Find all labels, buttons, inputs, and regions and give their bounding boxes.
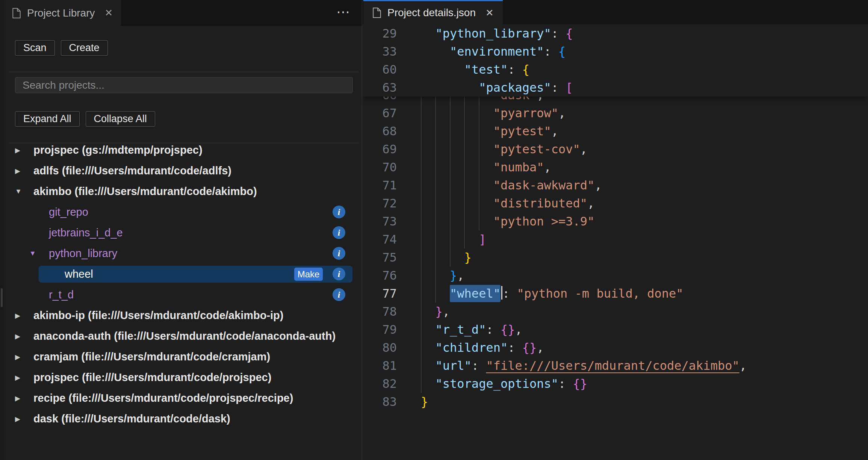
token-pun: , bbox=[580, 142, 587, 156]
tree-item-anaconda-auth[interactable]: ▶anaconda-auth (file:///Users/mdurant/co… bbox=[4, 326, 362, 347]
sticky-line-63: 63 "packages": [ bbox=[362, 79, 868, 97]
chevron-right-icon[interactable]: ▶ bbox=[15, 394, 28, 402]
code-text: } bbox=[397, 393, 428, 411]
chevron-right-icon[interactable]: ▶ bbox=[15, 167, 28, 175]
chevron-right-icon[interactable]: ▶ bbox=[15, 332, 28, 340]
info-icon[interactable]: i bbox=[333, 226, 345, 239]
tab-title: Project Library bbox=[27, 7, 95, 19]
code-line-83: 83} bbox=[362, 393, 868, 411]
chevron-right-icon[interactable]: ▶ bbox=[15, 415, 28, 423]
token-bp: ] bbox=[479, 232, 486, 247]
code-line-67: 67 "pyarrow", bbox=[362, 104, 868, 122]
close-icon[interactable]: ✕ bbox=[485, 7, 494, 19]
token-pun: , bbox=[537, 340, 544, 355]
expand-all-button[interactable]: Expand All bbox=[15, 111, 80, 127]
token-pun: , bbox=[515, 322, 522, 337]
tree-item-python_library[interactable]: ▼python_libraryi bbox=[4, 243, 362, 264]
line-number: 67 bbox=[362, 104, 397, 122]
token-str: "numba" bbox=[493, 160, 544, 174]
token-pun: , bbox=[594, 178, 602, 192]
tree-item-label: cramjam (file:///Users/mdurant/code/cram… bbox=[33, 351, 270, 363]
tree-item-projspec[interactable]: ▶projspec (gs://mdtemp/projspec) bbox=[4, 140, 362, 160]
token-bp: {} bbox=[573, 377, 588, 391]
token-pun: , bbox=[558, 106, 566, 120]
line-number: 72 bbox=[362, 194, 397, 212]
code-editor[interactable]: 66 "dask",67 "pyarrow",68 "pytest",69 "p… bbox=[362, 24, 868, 460]
code-line-69: 69 "pytest-cov", bbox=[362, 140, 868, 158]
close-icon[interactable]: ✕ bbox=[105, 7, 113, 19]
chevron-right-icon[interactable]: ▶ bbox=[15, 353, 28, 361]
token-ws bbox=[421, 160, 493, 174]
chevron-right-icon[interactable]: ▶ bbox=[15, 374, 28, 382]
tree-item-jetbrains_i_d_e[interactable]: jetbrains_i_d_ei bbox=[4, 222, 362, 243]
line-number: 83 bbox=[362, 393, 397, 411]
line-number: 75 bbox=[362, 248, 397, 266]
tab-project-library[interactable]: Project Library ✕ bbox=[4, 0, 121, 26]
info-icon[interactable]: i bbox=[333, 206, 345, 218]
token-ws bbox=[421, 62, 464, 77]
code-text: }, bbox=[397, 266, 464, 284]
search-input[interactable] bbox=[15, 77, 353, 93]
tree-item-recipe[interactable]: ▶recipe (file:///Users/mdurant/code/proj… bbox=[4, 388, 362, 409]
chevron-right-icon[interactable]: ▶ bbox=[15, 146, 28, 154]
tree-item-cramjam[interactable]: ▶cramjam (file:///Users/mdurant/code/cra… bbox=[4, 347, 362, 367]
editor-tab-bar: Project details.json ✕ bbox=[362, 0, 868, 24]
code-line-81: 81 "url": "file:///Users/mdurant/code/ak… bbox=[362, 357, 868, 375]
token-ws bbox=[421, 80, 479, 95]
tree-item-akimbo[interactable]: ▼akimbo (file:///Users/mdurant/code/akim… bbox=[4, 181, 362, 202]
token-str: "dask-awkward" bbox=[493, 178, 595, 192]
scan-button[interactable]: Scan bbox=[15, 40, 55, 56]
info-icon[interactable]: i bbox=[333, 288, 345, 301]
tree-item-git_repo[interactable]: git_repoi bbox=[4, 202, 362, 222]
token-bb: } bbox=[450, 268, 457, 283]
line-number: 74 bbox=[362, 230, 397, 248]
tree-item-adlfs[interactable]: ▶adlfs (file:///Users/mdurant/code/adlfs… bbox=[4, 160, 362, 181]
token-pun: : bbox=[508, 62, 522, 77]
code-text: "test": { bbox=[397, 61, 529, 79]
tree-item-akimbo-ip[interactable]: ▶akimbo-ip (file:///Users/mdurant/code/a… bbox=[4, 305, 362, 326]
more-actions-button[interactable]: ⋯ bbox=[336, 0, 351, 24]
token-key: "children" bbox=[436, 340, 508, 355]
code-text: "pytest", bbox=[397, 122, 558, 140]
token-pun: : bbox=[486, 322, 501, 337]
tree-item-dask[interactable]: ▶dask (file:///Users/mdurant/code/dask) bbox=[4, 409, 362, 429]
code-text: "children": {}, bbox=[397, 339, 544, 357]
line-number: 73 bbox=[362, 212, 397, 230]
code-text: "distributed", bbox=[397, 194, 594, 212]
panel-resize-handle[interactable] bbox=[1, 288, 3, 307]
line-number: 82 bbox=[362, 375, 397, 393]
token-bb: { bbox=[558, 44, 566, 59]
tree-item-wheel[interactable]: wheelMakei bbox=[4, 264, 362, 284]
token-bg: } bbox=[421, 395, 428, 409]
make-button[interactable]: Make bbox=[294, 268, 323, 281]
token-pun: : bbox=[472, 359, 486, 373]
info-icon[interactable]: i bbox=[333, 247, 345, 260]
token-ws bbox=[421, 214, 493, 228]
code-text: "python_library": { bbox=[397, 24, 573, 42]
code-line-74: 74 ] bbox=[362, 230, 868, 248]
sticky-line-29: 29 "python_library": { bbox=[362, 24, 868, 42]
token-ws bbox=[421, 26, 436, 41]
line-number: 81 bbox=[362, 357, 397, 375]
chevron-down-icon[interactable]: ▼ bbox=[29, 250, 42, 257]
token-str: "python >=3.9" bbox=[493, 214, 595, 228]
token-pun: : bbox=[558, 377, 573, 391]
tree-item-projspec[interactable]: ▶projspec (file:///Users/mdurant/code/pr… bbox=[4, 367, 362, 388]
chevron-right-icon[interactable]: ▶ bbox=[15, 312, 28, 320]
create-button[interactable]: Create bbox=[61, 40, 108, 56]
code-text: "pyarrow", bbox=[397, 104, 566, 122]
line-number: 60 bbox=[362, 61, 397, 79]
token-ws bbox=[421, 359, 436, 373]
tab-project-details-json[interactable]: Project details.json ✕ bbox=[363, 0, 503, 24]
tab-title: Project details.json bbox=[387, 7, 476, 19]
tree-item-r_t_d[interactable]: r_t_di bbox=[4, 284, 362, 305]
token-link: "file:///Users/mdurant/code/akimbo" bbox=[486, 359, 739, 373]
collapse-all-button[interactable]: Collapse All bbox=[86, 111, 155, 127]
code-text: "url": "file:///Users/mdurant/code/akimb… bbox=[397, 357, 747, 375]
token-key: "r_t_d" bbox=[436, 322, 486, 337]
info-icon[interactable]: i bbox=[333, 268, 345, 280]
chevron-down-icon[interactable]: ▼ bbox=[15, 188, 28, 195]
token-bp: {} bbox=[501, 322, 515, 337]
token-ws bbox=[421, 232, 479, 247]
token-key: "test" bbox=[464, 62, 508, 77]
